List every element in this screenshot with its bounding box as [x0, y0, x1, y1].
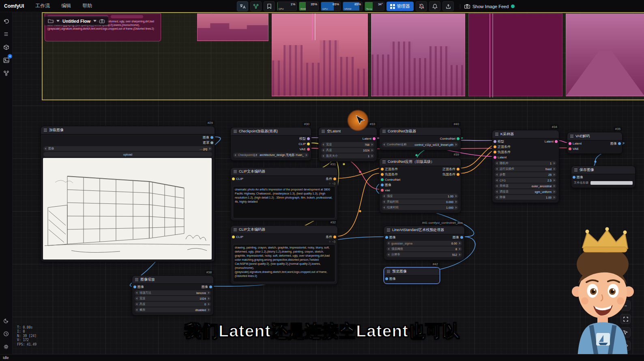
manager-button[interactable]: 管理器	[386, 2, 414, 11]
mask-port-dot[interactable]	[210, 141, 213, 144]
prompt-textarea[interactable]: cinematic photo An artist's impression o…	[233, 186, 335, 218]
input-latent[interactable]: Latent	[569, 142, 582, 145]
node-header[interactable]: CLIP文本编码器	[231, 226, 337, 234]
model-port-dot[interactable]	[494, 140, 496, 143]
translate-button[interactable]	[237, 1, 248, 11]
clip-port-dot[interactable]	[307, 143, 310, 145]
node-header[interactable]: K采样器	[492, 130, 559, 138]
bookmark-button[interactable]	[264, 1, 275, 11]
menu-icon[interactable]	[234, 171, 237, 172]
image-port-dot[interactable]	[381, 184, 384, 186]
node-clip-encode-positive[interactable]: #31 CLIP文本编码器 CLIP 条件 ○◁) cinematic phot…	[230, 167, 338, 221]
input-negative[interactable]: 负面条件	[381, 172, 398, 177]
seed-widget[interactable]: 随机种1	[495, 161, 556, 166]
latent-port-dot[interactable]	[373, 137, 376, 140]
menu-icon[interactable]	[135, 279, 138, 280]
steps-widget[interactable]: 步数25	[495, 172, 556, 177]
clip-port-dot[interactable]	[232, 236, 235, 238]
upscale-method-widget[interactable]: 缩放方法lanczos	[135, 290, 211, 295]
batch-size-widget[interactable]: 批次大小1	[321, 153, 374, 158]
node-controlnet-loader[interactable]: #40 ControlNet加载器 ControlNet ControlNet名…	[379, 127, 461, 150]
width-widget[interactable]: 宽度1024	[135, 296, 211, 301]
node-checkpoint-loader[interactable]: #30 Checkpoint加载器(简易) 模型 CLIP VAE Checkp…	[230, 127, 311, 161]
output-latent[interactable]: Latent	[545, 140, 558, 143]
latent-port-dot[interactable]	[555, 140, 558, 143]
menu-icon[interactable]	[570, 136, 573, 136]
circle-toggle-icon[interactable]: ○	[329, 182, 331, 185]
conditioning-port-dot[interactable]	[381, 168, 384, 171]
conditioning-port-dot[interactable]	[333, 236, 336, 238]
denoise-widget[interactable]: 降噪1.00	[495, 195, 556, 200]
input-clip[interactable]: CLIP	[232, 177, 243, 181]
share-icon[interactable]	[442, 1, 454, 11]
gaussian-sigma-widget[interactable]: guassian_sigma6.00	[386, 241, 462, 246]
app-logo[interactable]: ComfyUI	[0, 3, 30, 9]
settings-gear-icon[interactable]	[1, 342, 11, 352]
alerts-muted-icon[interactable]	[429, 1, 440, 11]
menu-icon[interactable]	[574, 170, 577, 170]
circle-toggle-icon[interactable]: ○	[329, 240, 331, 243]
input-controlnet[interactable]: ControlNet	[381, 178, 400, 182]
node-header[interactable]: 预览图像	[384, 268, 440, 276]
vae-port-dot[interactable]	[307, 148, 310, 151]
output-conditioning[interactable]: 条件	[326, 177, 336, 181]
node-header[interactable]: 图像缩放	[132, 276, 213, 284]
output-clip[interactable]: CLIP	[298, 142, 310, 146]
height-widget[interactable]: 高度1024	[321, 148, 374, 153]
upload-button[interactable]: upload	[43, 152, 212, 157]
width-widget[interactable]: 宽度768	[321, 142, 374, 147]
image-port-dot[interactable]	[385, 236, 388, 239]
conditioning-port-dot[interactable]	[494, 145, 496, 148]
menu-icon[interactable]	[322, 131, 325, 132]
menu-icon[interactable]	[382, 162, 386, 162]
input-image[interactable]: 图像	[133, 285, 144, 289]
input-clip[interactable]: CLIP	[232, 235, 243, 239]
node-header[interactable]: ControlNet加载器	[380, 128, 461, 136]
image-feed-icon[interactable]: 4	[1, 55, 11, 65]
image-port-dot[interactable]	[385, 277, 388, 280]
input-image[interactable]: 图像	[385, 277, 396, 281]
conditioning-port-dot[interactable]	[494, 151, 496, 153]
node-header[interactable]: 保存图像	[571, 166, 635, 174]
menu-icon[interactable]	[387, 271, 390, 272]
vae-port-dot[interactable]	[381, 189, 384, 192]
input-vae[interactable]: VAE	[569, 147, 579, 151]
conditioning-port-dot[interactable]	[457, 173, 459, 176]
control-after-generate-widget[interactable]: 运行后操作fixed	[495, 166, 556, 171]
model-library-icon[interactable]	[1, 42, 11, 52]
output-image[interactable]: 图像	[610, 141, 621, 146]
output-image[interactable]: 图像	[202, 285, 212, 289]
menu-icon[interactable]	[234, 229, 237, 230]
image-port-dot[interactable]	[210, 136, 213, 139]
node-lineart-preprocessor[interactable]: #41 comfyui_controlnet_aux LineArtStanda…	[384, 226, 465, 260]
crop-widget[interactable]: 裁剪disabled	[135, 307, 211, 312]
end-percent-widget[interactable]: 结束时间1.000	[382, 205, 458, 210]
node-vae-decode[interactable]: #35 VAE解码 Latent 图像 VAE	[567, 132, 623, 154]
output-controlnet[interactable]: ControlNet	[440, 137, 459, 141]
output-positive[interactable]: 正面条件	[442, 167, 459, 171]
model-port-dot[interactable]	[307, 137, 310, 140]
node-header[interactable]: CLIP文本编码器	[231, 168, 337, 176]
intensity-threshold-widget[interactable]: 强度阈值8	[386, 246, 462, 251]
speaker-icon[interactable]: ◁)	[332, 182, 335, 185]
output-image[interactable]: 图像	[203, 135, 213, 140]
node-header[interactable]: 加载图像	[41, 126, 215, 134]
menu-icon[interactable]	[495, 134, 498, 134]
notifications-muted-icon[interactable]	[416, 1, 427, 11]
node-load-image[interactable]: #29 加载图像 图像 遮罩 图像….jpg upload	[41, 126, 215, 262]
scheduler-widget[interactable]: 调度器sgm_uniform	[495, 189, 556, 194]
input-image[interactable]: 图像	[385, 235, 396, 240]
latent-port-dot[interactable]	[494, 156, 496, 159]
input-image[interactable]: 图像	[381, 183, 391, 187]
image-port-dot[interactable]	[209, 285, 212, 288]
menu-workflow[interactable]: 工作流	[30, 2, 56, 9]
workflow-tab[interactable]: Untitled Flow	[44, 16, 109, 26]
output-mask[interactable]: 遮罩	[203, 141, 213, 145]
image-select-widget[interactable]: 图像….jpg	[43, 146, 212, 151]
node-map-icon[interactable]	[1, 68, 11, 78]
history-clock-icon[interactable]	[1, 329, 11, 339]
input-vae[interactable]: vae	[381, 188, 390, 192]
image-port-dot[interactable]	[133, 285, 136, 288]
conditioning-port-dot[interactable]	[333, 177, 336, 180]
input-positive[interactable]: 正面条件	[494, 145, 511, 149]
